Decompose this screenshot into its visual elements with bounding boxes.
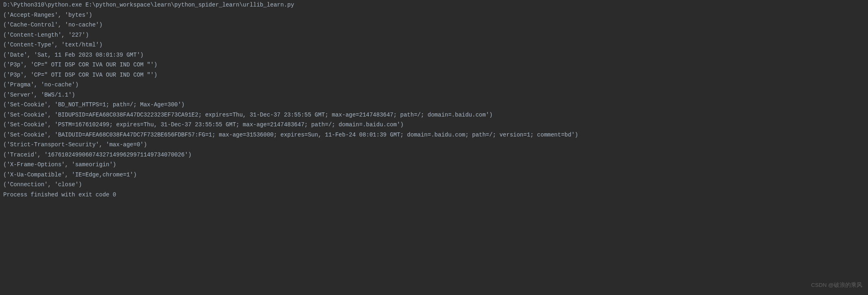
output-line: ('Set-Cookie', 'BAIDUID=AFEA68C038FA47DC… [3, 130, 865, 140]
output-line: ('Pragma', 'no-cache') [3, 80, 865, 90]
output-line: ('Content-Length', '227') [3, 30, 865, 40]
output-line: ('X-Ua-Compatible', 'IE=Edge,chrome=1') [3, 170, 865, 180]
output-line: ('X-Frame-Options', 'sameorigin') [3, 160, 865, 170]
output-line: ('Strict-Transport-Security', 'max-age=0… [3, 140, 865, 150]
output-line: ('Cache-Control', 'no-cache') [3, 20, 865, 30]
console-output: D:\Python310\python.exe E:\python_worksp… [0, 0, 868, 200]
output-line: ('Accept-Ranges', 'bytes') [3, 10, 865, 20]
output-line: ('Traceid', '167610249906074327149962997… [3, 150, 865, 160]
output-line: ('P3p', 'CP=" OTI DSP COR IVA OUR IND CO… [3, 60, 865, 70]
output-line: ('Server', 'BWS/1.1') [3, 90, 865, 100]
output-line: ('Date', 'Sat, 11 Feb 2023 08:01:39 GMT'… [3, 50, 865, 60]
watermark-text: CSDN @破浪的乘风 [811, 280, 862, 290]
output-line: ('Content-Type', 'text/html') [3, 40, 865, 50]
output-line: ('Set-Cookie', 'BIDUPSID=AFEA68C038FA47D… [3, 110, 865, 120]
output-line: ('Set-Cookie', 'PSTM=1676102499; expires… [3, 120, 865, 130]
output-line: ('P3p', 'CP=" OTI DSP COR IVA OUR IND CO… [3, 70, 865, 80]
command-line: D:\Python310\python.exe E:\python_worksp… [3, 0, 865, 10]
output-line: ('Set-Cookie', 'BD_NOT_HTTPS=1; path=/; … [3, 100, 865, 110]
output-line: ('Connection', 'close') [3, 180, 865, 190]
exit-message: Process finished with exit code 0 [3, 190, 865, 200]
